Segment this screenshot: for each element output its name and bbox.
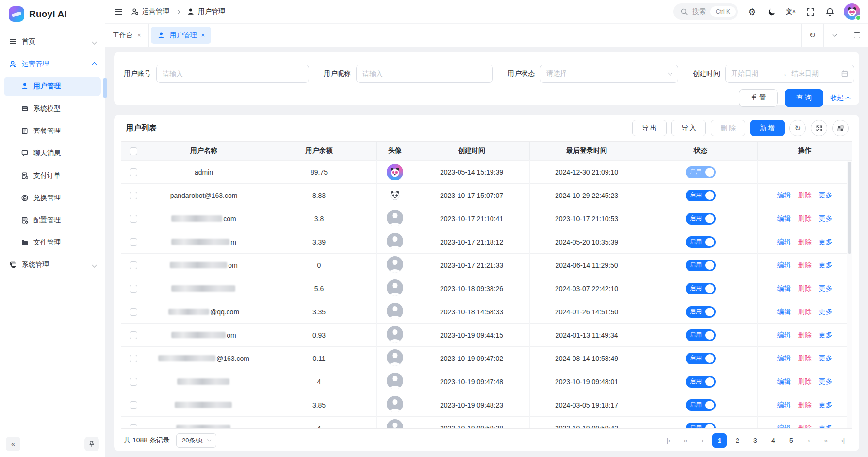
status-toggle[interactable]: 启用: [686, 329, 716, 341]
row-checkbox[interactable]: [130, 424, 137, 428]
page-button[interactable]: 1: [712, 433, 727, 448]
breadcrumb-user-management[interactable]: 用户管理: [186, 7, 225, 16]
table-scrollbar[interactable]: [847, 161, 852, 428]
delete-link[interactable]: 删除: [798, 308, 812, 316]
status-toggle[interactable]: 启用: [686, 376, 716, 388]
page-button[interactable]: 3: [748, 433, 763, 448]
more-link[interactable]: 更多: [819, 214, 833, 223]
row-checkbox[interactable]: [130, 401, 137, 409]
more-link[interactable]: 更多: [819, 401, 833, 409]
close-icon[interactable]: ×: [137, 32, 141, 39]
delete-link[interactable]: 删除: [798, 261, 812, 270]
expand-icon[interactable]: [811, 120, 827, 136]
breadcrumb-operations[interactable]: 运营管理: [131, 7, 169, 16]
page-button[interactable]: 5: [784, 433, 799, 448]
sidebar-item-system-models[interactable]: 系统模型: [4, 99, 101, 118]
export-button[interactable]: 导出: [632, 120, 667, 136]
edit-link[interactable]: 编辑: [777, 261, 791, 270]
global-search[interactable]: 搜索 Ctrl K: [673, 3, 738, 20]
sidebar-item-user-management[interactable]: 用户管理: [4, 77, 101, 96]
pin-icon[interactable]: [84, 437, 99, 451]
status-select[interactable]: 请选择: [540, 65, 678, 83]
query-button[interactable]: 查询: [785, 89, 823, 107]
date-range-picker[interactable]: 开始日期 → 结束日期: [725, 65, 854, 83]
status-toggle[interactable]: 启用: [686, 190, 716, 201]
tab-user-management[interactable]: 用户管理 ×: [151, 27, 212, 44]
account-input[interactable]: [156, 65, 309, 83]
collapse-filters-link[interactable]: 收起: [830, 94, 850, 102]
status-toggle[interactable]: 启用: [686, 423, 716, 428]
settings-gear-icon[interactable]: ⚙: [747, 6, 757, 17]
edit-link[interactable]: 编辑: [777, 191, 791, 200]
more-link[interactable]: 更多: [819, 424, 833, 428]
more-link[interactable]: 更多: [819, 331, 833, 340]
edit-link[interactable]: 编辑: [777, 424, 791, 428]
edit-link[interactable]: 编辑: [777, 284, 791, 293]
delete-link[interactable]: 删除: [798, 284, 812, 293]
row-checkbox[interactable]: [130, 378, 137, 386]
edit-link[interactable]: 编辑: [777, 377, 791, 386]
sidebar-item-config-management[interactable]: 配置管理: [4, 211, 101, 230]
notifications-bell-icon[interactable]: [824, 7, 835, 16]
page-button[interactable]: 2: [730, 433, 745, 448]
row-checkbox[interactable]: [130, 192, 137, 199]
status-toggle[interactable]: 启用: [686, 166, 716, 178]
status-toggle[interactable]: 启用: [686, 260, 716, 271]
edit-link[interactable]: 编辑: [777, 238, 791, 246]
status-toggle[interactable]: 启用: [686, 306, 716, 318]
sidebar-group-operations[interactable]: 运营管理: [4, 54, 101, 74]
more-link[interactable]: 更多: [819, 284, 833, 293]
more-link[interactable]: 更多: [819, 238, 833, 246]
sidebar-group-system[interactable]: 系统管理: [4, 255, 101, 275]
more-link[interactable]: 更多: [819, 308, 833, 316]
page-size-select[interactable]: 20条/页: [176, 433, 216, 448]
delete-link[interactable]: 删除: [798, 238, 812, 246]
edit-link[interactable]: 编辑: [777, 401, 791, 409]
row-checkbox[interactable]: [130, 308, 137, 316]
sidebar-item-chat-messages[interactable]: 聊天消息: [4, 144, 101, 163]
import-button[interactable]: 导入: [671, 120, 706, 136]
tab-workbench[interactable]: 工作台 ×: [105, 24, 149, 47]
reset-button[interactable]: 重置: [739, 89, 778, 107]
delete-link[interactable]: 删除: [798, 424, 812, 428]
delete-button[interactable]: 删除: [711, 120, 745, 136]
fast-prev-button[interactable]: «: [678, 433, 692, 448]
fullscreen-icon[interactable]: [805, 7, 816, 16]
sidebar-item-exchange-management[interactable]: 兑换管理: [4, 188, 101, 208]
row-checkbox[interactable]: [130, 285, 137, 293]
edit-link[interactable]: 编辑: [777, 214, 791, 223]
fast-next-button[interactable]: »: [819, 433, 833, 448]
more-link[interactable]: 更多: [819, 354, 833, 363]
edit-link[interactable]: 编辑: [777, 331, 791, 340]
delete-link[interactable]: 删除: [798, 377, 812, 386]
more-link[interactable]: 更多: [819, 191, 833, 200]
refresh-icon[interactable]: ↻: [789, 120, 806, 136]
status-toggle[interactable]: 启用: [686, 213, 716, 225]
column-settings-icon[interactable]: [832, 120, 849, 136]
edit-link[interactable]: 编辑: [777, 308, 791, 316]
more-link[interactable]: 更多: [819, 377, 833, 386]
next-page-button[interactable]: ›: [802, 433, 816, 448]
close-icon[interactable]: ×: [201, 32, 205, 39]
chevron-down-icon[interactable]: [823, 24, 846, 47]
drawer-handle[interactable]: [103, 78, 107, 98]
row-checkbox[interactable]: [130, 215, 137, 223]
status-toggle[interactable]: 启用: [686, 236, 716, 248]
sidebar-collapse-button[interactable]: «: [6, 437, 20, 451]
dark-mode-moon-icon[interactable]: [766, 7, 777, 16]
translate-icon[interactable]: 文A: [786, 7, 796, 16]
page-button[interactable]: 4: [766, 433, 781, 448]
delete-link[interactable]: 删除: [798, 401, 812, 409]
delete-link[interactable]: 删除: [798, 214, 812, 223]
row-checkbox[interactable]: [130, 331, 137, 339]
add-button[interactable]: 新增: [750, 120, 785, 136]
nickname-input[interactable]: [356, 65, 493, 83]
select-all-checkbox[interactable]: [130, 147, 137, 155]
row-checkbox[interactable]: [130, 355, 137, 362]
edit-link[interactable]: 编辑: [777, 354, 791, 363]
sidebar-item-plan-management[interactable]: 套餐管理: [4, 121, 101, 141]
row-checkbox[interactable]: [130, 238, 137, 246]
delete-link[interactable]: 删除: [798, 191, 812, 200]
maximize-icon[interactable]: [846, 24, 868, 47]
refresh-icon[interactable]: ↻: [801, 24, 823, 47]
